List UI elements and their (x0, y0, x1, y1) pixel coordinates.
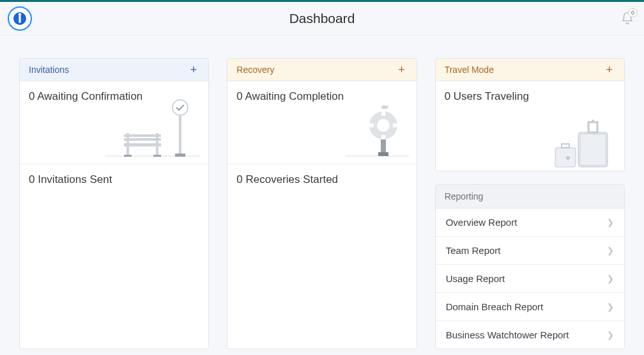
chevron-right-icon: ❯ (607, 330, 614, 340)
svg-point-16 (377, 119, 390, 132)
svg-rect-24 (581, 135, 605, 164)
svg-rect-5 (179, 115, 181, 154)
recovery-illustration (345, 95, 409, 159)
onepassword-logo-icon (12, 11, 27, 26)
page-title: Dashboard (289, 11, 355, 26)
recovery-header: Recovery + (227, 59, 416, 81)
report-label: Team Report (446, 245, 501, 256)
svg-rect-10 (126, 133, 129, 156)
plus-icon: + (398, 63, 405, 76)
svg-rect-9 (124, 143, 161, 146)
svg-rect-19 (369, 123, 374, 127)
recovery-footer: 0 Recoveries Started (227, 164, 416, 195)
svg-rect-13 (153, 155, 161, 157)
app-logo (8, 6, 32, 31)
invitations-header: Invitations + (20, 59, 208, 81)
svg-point-29 (566, 156, 570, 160)
svg-rect-22 (378, 152, 388, 156)
svg-rect-17 (381, 111, 385, 116)
plus-icon: + (606, 63, 613, 76)
svg-rect-12 (124, 155, 132, 157)
svg-rect-11 (156, 133, 158, 156)
chevron-right-icon: ❯ (607, 217, 614, 227)
svg-rect-25 (588, 122, 597, 132)
invitations-title: Invitations (29, 65, 69, 75)
report-label: Overview Report (446, 217, 518, 228)
travel-users: 0 Users Traveling (445, 90, 615, 103)
chevron-right-icon: ❯ (607, 274, 614, 283)
right-column: Travel Mode + 0 Users Traveling (435, 58, 625, 349)
recovery-card: Recovery + 0 Awaiting Completion (227, 58, 417, 349)
svg-rect-28 (562, 144, 569, 148)
invitations-sent: 0 Invitations Sent (29, 173, 199, 186)
invitations-illustration (105, 95, 201, 159)
invitations-footer: 0 Invitations Sent (20, 164, 208, 195)
svg-rect-8 (124, 138, 161, 141)
svg-rect-7 (124, 134, 161, 137)
svg-rect-20 (393, 123, 398, 127)
recovery-add-button[interactable]: + (395, 64, 408, 75)
reporting-card: Reporting Overview Report ❯ Team Report … (435, 184, 625, 349)
svg-rect-18 (381, 135, 385, 140)
recovery-body: 0 Awaiting Completion (227, 81, 416, 164)
report-watchtower[interactable]: Business Watchtower Report ❯ (436, 321, 624, 349)
travel-title: Travel Mode (445, 65, 494, 75)
svg-rect-27 (555, 148, 576, 167)
svg-rect-2 (19, 15, 20, 23)
app-header: Dashboard 0 (0, 2, 644, 35)
invitations-body: 0 Awaiting Confirmation (20, 81, 208, 164)
svg-point-4 (172, 100, 188, 115)
report-label: Business Watchtower Report (446, 329, 569, 340)
chevron-right-icon: ❯ (607, 302, 614, 312)
report-usage[interactable]: Usage Report ❯ (436, 265, 624, 293)
travel-card: Travel Mode + 0 Users Traveling (435, 58, 625, 171)
report-label: Domain Breach Report (446, 301, 544, 312)
travel-add-button[interactable]: + (603, 64, 615, 75)
notifications-button[interactable]: 0 (618, 10, 636, 28)
invitations-card: Invitations + 0 Awaiting Confirmation (19, 58, 209, 349)
recovery-title: Recovery (236, 65, 274, 75)
svg-rect-21 (381, 139, 386, 152)
chevron-right-icon: ❯ (607, 246, 614, 255)
report-label: Usage Report (446, 273, 505, 284)
report-domain-breach[interactable]: Domain Breach Report ❯ (436, 293, 624, 321)
report-overview[interactable]: Overview Report ❯ (436, 209, 624, 237)
notifications-count: 0 (628, 8, 638, 17)
travel-illustration (527, 113, 617, 171)
invitations-add-button[interactable]: + (188, 64, 200, 75)
dashboard-content: Invitations + 0 Awaiting Confirmation (0, 35, 644, 349)
travel-header: Travel Mode + (436, 59, 624, 81)
report-team[interactable]: Team Report ❯ (436, 237, 624, 265)
recovery-started: 0 Recoveries Started (236, 173, 407, 186)
plus-icon: + (190, 63, 197, 76)
svg-rect-6 (175, 154, 185, 157)
reporting-title: Reporting (436, 185, 624, 209)
travel-body: 0 Users Traveling (436, 81, 624, 171)
